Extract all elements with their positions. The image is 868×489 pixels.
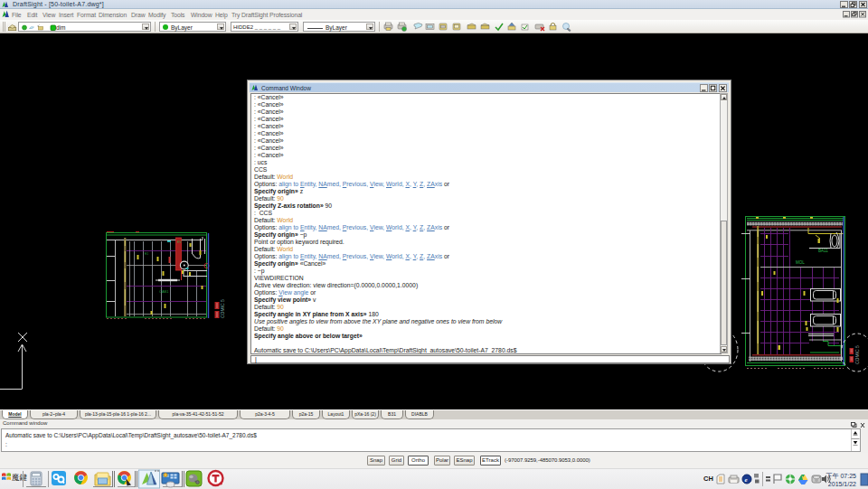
svg-text:下午 07:25: 下午 07:25: [826, 473, 857, 479]
svg-text:e: e: [745, 476, 748, 484]
svg-text:BA11: BA11: [818, 249, 828, 253]
svg-text:COMIC 5: COMIC 5: [220, 299, 225, 318]
svg-text:魔鍵: 魔鍵: [12, 473, 28, 482]
svg-text:E1: E1: [145, 252, 148, 256]
svg-text:COMIC 5: COMIC 5: [854, 345, 860, 364]
svg-text:EV: EV: [177, 240, 182, 244]
svg-text:2015/1/22: 2015/1/22: [828, 481, 856, 487]
svg-text:CH: CH: [703, 475, 713, 483]
svg-text:CAB1: CAB1: [159, 289, 169, 294]
svg-text:MOL: MOL: [796, 260, 805, 265]
